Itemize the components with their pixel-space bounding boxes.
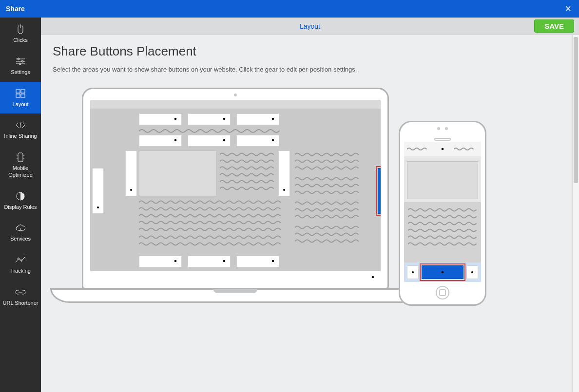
phone-home-button: [436, 286, 449, 299]
sidebar-item-label: Inline Sharing: [4, 133, 37, 140]
cloud-icon: [14, 222, 27, 234]
slot-desktop-image-right[interactable]: [278, 150, 290, 196]
scrollbar-thumb[interactable]: [574, 37, 578, 183]
slot-desktop-mid-1[interactable]: [139, 135, 182, 147]
sidebar-item-clicks[interactable]: Clicks: [0, 18, 41, 50]
window-title: Share: [6, 5, 25, 13]
code-icon: [14, 119, 27, 131]
mobile-icon: [14, 151, 27, 163]
slot-desktop-bottom-3[interactable]: [236, 256, 279, 267]
slot-desktop-footer[interactable]: [90, 271, 381, 283]
link-icon: [14, 286, 27, 298]
page-description: Select the areas you want to show share …: [53, 66, 567, 73]
sidebar-item-label: Mobile Optimized: [2, 165, 39, 179]
svg-rect-12: [21, 94, 25, 97]
sidebar-item-label: Services: [10, 236, 31, 243]
slot-desktop-bottom-2[interactable]: [188, 256, 231, 267]
sliders-icon: [14, 56, 27, 67]
svg-line-13: [20, 122, 21, 128]
contrast-icon: [14, 190, 27, 202]
slot-desktop-bottom-1[interactable]: [139, 256, 182, 267]
sidebar-item-inline-sharing[interactable]: Inline Sharing: [0, 113, 41, 146]
slot-desktop-left-side[interactable]: [92, 168, 104, 214]
slot-mobile-bottom-left[interactable]: [407, 265, 419, 279]
slot-desktop-top-1[interactable]: [139, 113, 182, 125]
sidebar-item-label: Layout: [12, 101, 28, 108]
slot-desktop-right-side[interactable]: [378, 168, 381, 214]
scrollbar[interactable]: [572, 35, 579, 392]
breadcrumb: Layout: [300, 22, 320, 30]
close-icon[interactable]: ×: [562, 2, 574, 15]
slot-mobile-top[interactable]: [404, 142, 481, 156]
slot-mobile-bottom-right[interactable]: [466, 265, 478, 279]
sidebar-item-url-shortener[interactable]: URL Shortener: [0, 280, 41, 313]
sidebar-item-display-rules[interactable]: Display Rules: [0, 185, 41, 217]
sidebar-item-label: Tracking: [10, 268, 31, 275]
sidebar: Clicks Settings Layout Inline Sharing Mo…: [0, 18, 41, 392]
page-title: Share Buttons Placement: [53, 44, 567, 59]
sidebar-item-tracking[interactable]: Tracking: [0, 248, 41, 280]
svg-rect-10: [21, 90, 25, 93]
svg-rect-14: [18, 153, 23, 162]
slot-desktop-top-2[interactable]: [188, 113, 231, 125]
content-image: [139, 150, 217, 196]
slot-mobile-bottom-mid[interactable]: [422, 265, 463, 279]
slot-desktop-mid-3[interactable]: [236, 135, 279, 147]
svg-rect-9: [16, 90, 20, 93]
mouse-icon: [14, 23, 27, 35]
sidebar-item-mobile-optimized[interactable]: Mobile Optimized: [0, 146, 41, 185]
toolbar: Layout SAVE: [41, 18, 579, 35]
sidebar-item-services[interactable]: Services: [0, 216, 41, 248]
sidebar-item-label: URL Shortener: [3, 300, 39, 307]
sidebar-item-label: Clicks: [13, 37, 27, 44]
grid-icon: [14, 88, 27, 99]
desktop-preview: [67, 88, 404, 303]
save-button[interactable]: SAVE: [534, 19, 574, 33]
svg-rect-11: [16, 94, 20, 97]
analytics-icon: [14, 254, 27, 266]
sidebar-item-label: Display Rules: [4, 204, 37, 211]
mobile-content-image: [407, 161, 478, 199]
mobile-preview: [399, 121, 486, 306]
slot-desktop-mid-2[interactable]: [188, 135, 231, 147]
content-area: Layout SAVE Share Buttons Placement Sele…: [41, 18, 579, 392]
slot-desktop-top-3[interactable]: [236, 113, 279, 125]
sidebar-item-layout[interactable]: Layout: [0, 82, 41, 114]
slot-desktop-image-left[interactable]: [125, 150, 137, 196]
device-preview-area: [67, 88, 567, 331]
gear-icon: [369, 273, 377, 281]
sidebar-item-label: Settings: [11, 69, 30, 76]
sidebar-item-settings[interactable]: Settings: [0, 50, 41, 82]
window-titlebar: Share ×: [0, 0, 579, 18]
